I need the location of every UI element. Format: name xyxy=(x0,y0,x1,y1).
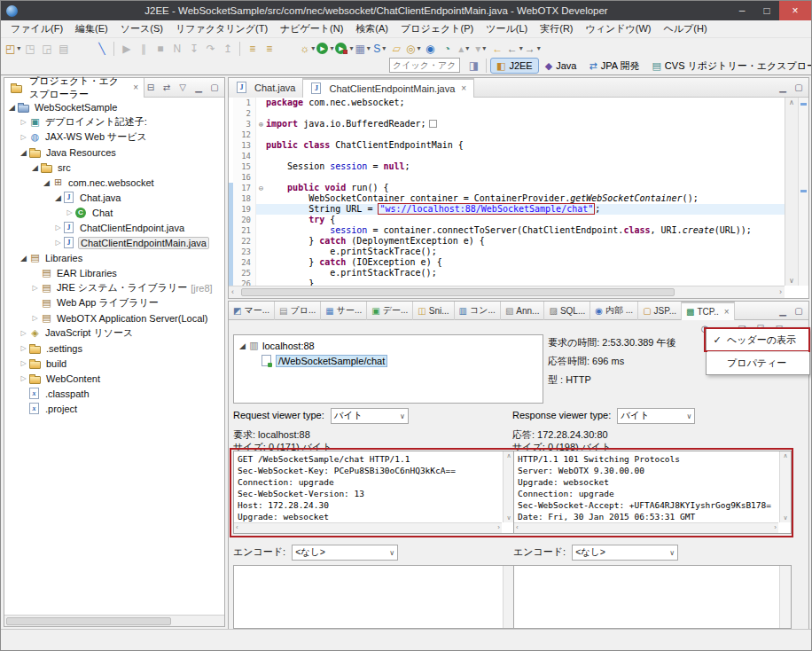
tree-item[interactable]: ▤EAR Libraries xyxy=(4,265,223,280)
perspective-j2ee[interactable]: ◧J2EE xyxy=(490,58,539,74)
collapse-icon[interactable]: ◢ xyxy=(238,341,247,350)
tree-item[interactable]: ◢src xyxy=(4,160,223,175)
skip-breakpoints-button[interactable]: ╲ xyxy=(94,41,109,57)
code-line[interactable]: 23 e.printStackTrace(); xyxy=(229,247,785,257)
code-line[interactable]: 22 } catch (DeploymentException e) { xyxy=(229,236,785,247)
menu-item-show-headers[interactable]: ✓ヘッダーの表示 xyxy=(707,329,808,351)
dropdown-arrow-icon[interactable]: ▾ xyxy=(418,44,421,52)
code-line[interactable]: 12 xyxy=(229,129,785,140)
open-resource-button[interactable]: ▱ xyxy=(389,41,404,57)
code-editor[interactable]: 1package com.nec.websocket;23⊕import jav… xyxy=(229,98,785,286)
maximize-icon[interactable]: ▢ xyxy=(208,82,221,94)
collapse-icon[interactable]: ◢ xyxy=(53,193,63,202)
tree-item[interactable]: ▷▤WebOTX Application Server(Local) xyxy=(4,310,223,326)
vscrollbar[interactable] xyxy=(779,566,791,628)
code-line[interactable]: 19 String URL = "ws://localhost:88/WebSo… xyxy=(229,204,785,215)
run-button[interactable]: ▶▾ xyxy=(316,41,333,57)
expand-icon[interactable]: ▷ xyxy=(19,359,28,367)
fold-marker-icon[interactable]: ⊕ xyxy=(256,119,266,129)
tree-item[interactable]: ◢▤Libraries xyxy=(4,250,223,265)
request-headers-box[interactable]: GET /WebSocketSample/chat HTTP/1.1 Sec-W… xyxy=(233,451,515,534)
fold-marker-icon[interactable]: ⊖ xyxy=(256,183,266,193)
response-encode-select[interactable]: <なし>∨ xyxy=(572,545,678,561)
web-service-button[interactable]: S▾ xyxy=(372,41,387,57)
vscrollbar[interactable]: ∧∨ xyxy=(779,451,791,522)
menu-item[interactable]: 検索(A) xyxy=(349,20,394,37)
menu-item-properties[interactable]: プロパティー xyxy=(707,351,808,373)
request-encode-select[interactable]: <なし>∨ xyxy=(292,545,398,561)
back-history-button[interactable]: ← xyxy=(490,41,505,57)
code-line[interactable]: 24 } catch (IOException e) { xyxy=(229,257,785,268)
monitor-request-row[interactable]: /WebSocketSample/chat xyxy=(234,353,543,368)
expand-icon[interactable]: ▷ xyxy=(30,314,40,322)
collapse-icon[interactable]: ◢ xyxy=(19,254,28,263)
expand-icon[interactable]: ▷ xyxy=(19,133,28,141)
forward-button[interactable]: →▾ xyxy=(525,41,541,57)
tree-item[interactable]: ◢WebSocketSample xyxy=(4,99,223,114)
deploy-server-button[interactable]: ▦▾ xyxy=(355,41,370,57)
request-body-box[interactable] xyxy=(233,565,515,629)
code-line[interactable]: 26 } xyxy=(229,278,785,286)
search-button[interactable]: ◎▾ xyxy=(406,41,421,57)
next-edit-location-button[interactable]: ≡ xyxy=(262,41,277,57)
project-explorer-tab[interactable]: プロジェクト・エクスプローラー × xyxy=(4,78,144,98)
expand-icon[interactable]: ▷ xyxy=(53,224,63,231)
maximize-icon[interactable]: ▢ xyxy=(792,82,805,94)
expand-icon[interactable]: ▷ xyxy=(19,118,28,126)
collapse-icon[interactable]: ◢ xyxy=(30,163,40,172)
collapse-icon[interactable]: ◢ xyxy=(42,178,51,187)
editor-vscrollbar[interactable]: ∧∨ xyxy=(785,98,798,286)
scroll-left-icon[interactable]: ‹ xyxy=(231,287,234,296)
code-line[interactable]: 3⊕import java.io.BufferedReader; xyxy=(229,119,785,129)
dropdown-arrow-icon[interactable]: ▾ xyxy=(311,44,315,52)
editor-tab-chatclientendpointmain.java[interactable]: JChatClientEndpointMain.java× xyxy=(303,78,474,98)
expand-icon[interactable]: ▷ xyxy=(19,344,28,352)
minimize-icon[interactable]: ▁ xyxy=(777,82,789,94)
code-line[interactable]: 25 e.printStackTrace(); xyxy=(229,268,785,278)
menu-item[interactable]: ツール(L) xyxy=(480,20,534,37)
response-headers-box[interactable]: HTTP/1.1 101 Switching Protocols Server:… xyxy=(513,451,792,534)
view-tab-tcp-monitor[interactable]: ▩TCP..× xyxy=(682,302,735,320)
back-button[interactable]: ←▾ xyxy=(507,41,523,57)
dropdown-arrow-icon[interactable]: ▾ xyxy=(367,44,371,52)
external-tools-button[interactable]: ☼▾ xyxy=(300,41,315,57)
code-line[interactable]: 21 session = container.connectToServer(C… xyxy=(229,225,785,236)
close-view-icon[interactable]: × xyxy=(133,82,138,92)
tree-item[interactable]: ▷JChatClientEndpoint.java xyxy=(4,220,223,235)
code-line[interactable]: 13public class ChatClientEndpointMain { xyxy=(229,140,785,151)
tree-item[interactable]: ▷◍JAX-WS Web サービス xyxy=(4,129,223,145)
tree-item[interactable]: ◢JChat.java xyxy=(4,190,223,205)
explorer-hscrollbar[interactable] xyxy=(4,615,224,626)
dropdown-arrow-icon[interactable]: ▾ xyxy=(482,44,486,52)
scroll-up-icon[interactable]: ∧ xyxy=(785,98,798,106)
open-perspective-button[interactable]: ◨ xyxy=(466,58,481,74)
link-with-editor-icon[interactable]: ⇄ xyxy=(160,82,173,94)
monitor-server-row[interactable]: ◢ ▥ localhost:88 xyxy=(234,338,543,353)
maximize-icon[interactable]: ▢ xyxy=(792,304,805,317)
code-line[interactable]: 14 xyxy=(229,151,785,161)
collapse-all-icon[interactable]: ⊟ xyxy=(144,82,157,94)
tree-item[interactable]: x.classpath xyxy=(4,386,223,401)
close-tab-icon[interactable]: × xyxy=(461,83,466,93)
menu-item[interactable]: ウィンドウ(W) xyxy=(580,20,658,37)
view-tab-annotations[interactable]: ▧Ann... xyxy=(501,302,545,320)
dropdown-arrow-icon[interactable]: ▾ xyxy=(465,44,469,52)
collapse-icon[interactable]: ◢ xyxy=(19,148,28,157)
scroll-thumb[interactable] xyxy=(241,288,675,296)
quick-access-input[interactable] xyxy=(389,58,460,73)
perspective-cvs-リポジトリー・エクスプローラー[interactable]: ▤CVS リポジトリー・エクスプローラー xyxy=(645,58,812,74)
request-viewer-type-select[interactable]: バイト∨ xyxy=(331,408,409,424)
perspective-jpa-開発[interactable]: ⇄JPA 開発 xyxy=(582,58,645,74)
editor-tab-chat.java[interactable]: JChat.java xyxy=(229,78,303,98)
menu-item[interactable]: ファイル(F) xyxy=(4,20,69,37)
view-menu-icon[interactable]: ▽ xyxy=(176,82,189,94)
close-window-button[interactable]: × xyxy=(779,1,811,20)
editor-hscrollbar[interactable]: ‹› xyxy=(229,286,785,298)
tree-item[interactable]: ▤Web App ライブラリー xyxy=(4,295,223,310)
tree-item[interactable]: ▷▤JRE システム・ライブラリー [jre8] xyxy=(4,280,223,295)
tree-item[interactable]: ◢Java Resources xyxy=(4,145,223,160)
menu-item[interactable]: リファクタリング(T) xyxy=(169,20,274,37)
maximize-window-button[interactable]: □ xyxy=(754,1,779,20)
last-edit-location-button[interactable]: ≡ xyxy=(245,41,260,57)
menu-item[interactable]: ソース(S) xyxy=(114,20,169,37)
